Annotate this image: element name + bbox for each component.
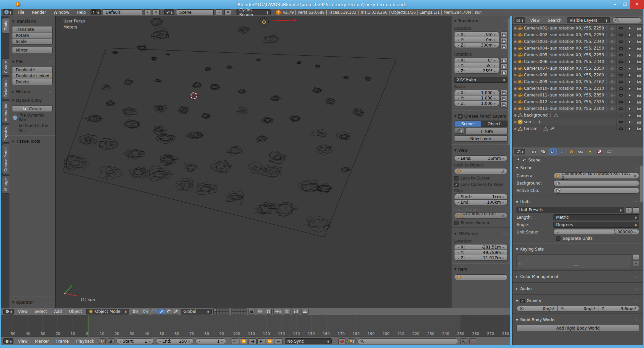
unit-presets-dropdown[interactable]: Unit Presets ▲▼ <box>517 207 624 213</box>
number-field[interactable]: ◂ X:1.000 ▸ <box>454 90 499 95</box>
panel-grip[interactable]: :::: <box>47 90 53 93</box>
expand-icon[interactable]: ⊕ <box>513 120 517 124</box>
auto-keyframe-record-button[interactable] <box>338 338 346 344</box>
manipulator-rotate[interactable] <box>165 309 172 315</box>
selectable-cursor-icon[interactable] <box>625 58 634 65</box>
tab-relations[interactable]: Relations <box>2 77 9 99</box>
outliner-row[interactable]: ⊕Camera012- sun rotation X0, Y55, Z335| <box>513 98 643 105</box>
editor-type-properties-dropdown[interactable]: ▲▼ <box>515 149 525 154</box>
editor-type-3dview-dropdown[interactable]: ▲▼ <box>3 309 14 315</box>
decrement-arrow-icon[interactable]: ◂ <box>458 33 459 36</box>
outliner-item-label[interactable]: Camera004- sun rotation X0, Y55, Z150 <box>524 46 604 51</box>
clear-icon[interactable]: ✕ <box>501 213 505 218</box>
lock-toggle-button[interactable] <box>500 96 507 101</box>
gravity-z-field[interactable]: Z:-9.8m/s² <box>598 306 639 311</box>
layers-grid-2[interactable] <box>231 308 247 315</box>
tab-texture[interactable] <box>596 148 604 155</box>
increment-arrow-icon[interactable]: ▸ <box>494 102 496 105</box>
decrement-arrow-icon[interactable]: ◂ <box>458 44 459 47</box>
outliner-row[interactable]: ⊕background| <box>513 112 643 119</box>
outliner-menu-view[interactable]: View <box>528 18 542 23</box>
renderable-camera-icon[interactable] <box>634 52 643 58</box>
decrement-arrow-icon[interactable]: ◂ <box>458 91 459 94</box>
gp-tab-scene[interactable]: Scene <box>454 121 481 127</box>
active-keying-set-field[interactable] <box>358 338 458 344</box>
decrement-arrow-icon[interactable]: ◂ <box>458 96 459 100</box>
decrement-arrow-icon[interactable]: ◂ <box>458 246 459 249</box>
insert-keyframe-button[interactable] <box>460 338 467 344</box>
lock-toggle-button[interactable] <box>500 90 507 95</box>
decrement-arrow-icon[interactable]: ◂ <box>159 340 161 343</box>
add-layout-button[interactable]: + <box>144 9 151 15</box>
editor-type-info-dropdown[interactable]: i ▲▼ <box>3 9 13 15</box>
lock-toggle-button[interactable] <box>500 63 507 69</box>
v3d-menu-add[interactable]: Add <box>51 309 64 314</box>
panel-tissue-tools-header[interactable]: ► Tissue Tools:::: <box>12 138 53 145</box>
panel-grip[interactable]: :::: <box>635 287 640 290</box>
selectable-cursor-icon[interactable] <box>625 119 634 125</box>
keying-sets-panel-header[interactable]: ▼ Keying Sets:::: <box>513 246 643 253</box>
expand-icon[interactable]: ⊕ <box>513 93 517 97</box>
npanel-transform-header[interactable]: ▼ Transform:::: <box>454 17 507 24</box>
expand-icon[interactable]: ⊕ <box>513 127 517 131</box>
snap-toggle[interactable] <box>265 309 272 315</box>
lock-to-object-field[interactable] <box>454 168 507 174</box>
angle-dropdown[interactable]: Degrees ▲▼ <box>553 222 639 228</box>
play-reverse-button[interactable]: ◀ <box>249 338 257 344</box>
orientation-dropdown[interactable]: Global ▲▼ <box>181 309 212 315</box>
expand-icon[interactable]: ⊕ <box>513 80 517 84</box>
screen-layout-name[interactable]: Default <box>103 9 142 15</box>
expand-icon[interactable]: ⊕ <box>513 60 517 64</box>
remove-preset-button[interactable]: − <box>633 207 639 213</box>
outliner-item-label[interactable]: Camera007- sun rotation X0, Y55, Z350 <box>524 66 604 71</box>
number-field[interactable]: ◂ Y:49.759m ▸ <box>454 250 507 255</box>
renderable-camera-icon[interactable] <box>634 92 643 98</box>
npanel-scrollbar[interactable] <box>508 18 510 145</box>
selectable-cursor-icon[interactable] <box>625 105 634 112</box>
renderable-camera-icon[interactable] <box>634 78 643 85</box>
timeline-ruler[interactable]: -50-40-30-20-100102030405060708090100110… <box>1 315 510 337</box>
sun-lamp-widget[interactable] <box>257 16 357 31</box>
tl-menu-playback[interactable]: Playback <box>73 339 97 344</box>
eyedropper-icon[interactable] <box>501 169 505 173</box>
panel-edit-header[interactable]: ▼ Edit:::: <box>12 59 53 65</box>
selectable-cursor-icon[interactable] <box>625 85 634 92</box>
expand-icon[interactable]: ⊕ <box>513 53 517 57</box>
panel-grip[interactable]: :::: <box>47 60 53 64</box>
visibility-eye-icon[interactable] <box>616 119 625 125</box>
v3d-menu-view[interactable]: View <box>15 309 30 314</box>
prev-keyframe-button[interactable]: ⏪ <box>240 338 248 344</box>
tab-grease-pencil[interactable]: Grease Pencil <box>2 144 9 174</box>
renderable-camera-icon[interactable] <box>634 31 643 38</box>
rotation-mode-dropdown[interactable]: XYZ Euler ▲▼ <box>454 77 507 83</box>
editor-type-outliner-dropdown[interactable]: ▲▼ <box>515 17 525 23</box>
properties-scrollbar[interactable] <box>640 165 643 202</box>
tab-mirage[interactable]: Mirage <box>2 176 9 194</box>
lock-toggle-button[interactable] <box>500 69 507 75</box>
panel-grip[interactable]: :::: <box>635 275 640 278</box>
tab-physics[interactable]: Physics <box>2 125 9 143</box>
time-cursor-button[interactable] <box>99 338 106 344</box>
number-field[interactable]: ◂ X:0m ▸ <box>454 31 499 37</box>
decrement-arrow-icon[interactable]: ◂ <box>458 102 459 105</box>
panel-grip[interactable]: :::: <box>502 268 507 271</box>
panel-history-header[interactable]: ► History:::: <box>12 88 53 95</box>
v3d-menu-object[interactable]: Object <box>66 309 85 314</box>
renderable-camera-icon[interactable] <box>634 119 643 125</box>
visibility-eye-icon[interactable] <box>616 52 625 58</box>
decrement-arrow-icon[interactable]: ◂ <box>458 195 459 199</box>
next-keyframe-button[interactable]: ⏩ <box>266 338 274 344</box>
play-button[interactable]: ▶ <box>257 338 265 344</box>
visibility-eye-icon[interactable] <box>616 25 625 31</box>
frame-start-field[interactable]: ◂ Start: 1 ▸ <box>116 338 154 344</box>
increment-arrow-icon[interactable]: ▸ <box>502 256 504 260</box>
render-engine-dropdown[interactable]: Cycles Render ▲▼ <box>236 9 271 15</box>
item-name-field[interactable] <box>454 274 507 280</box>
outliner-item-label[interactable]: Camera003- sun rotation X0, Y55, Z340 <box>524 39 604 44</box>
selectable-cursor-icon[interactable] <box>625 25 634 31</box>
outliner-item-label[interactable]: Camera009- sun rotation X0, Y55, Z162 <box>524 79 604 84</box>
menu-window[interactable]: Window <box>51 10 72 15</box>
decrement-arrow-icon[interactable]: ◂ <box>120 340 121 343</box>
selectable-cursor-icon[interactable] <box>625 72 634 78</box>
increment-arrow-icon[interactable]: ▸ <box>494 64 496 67</box>
